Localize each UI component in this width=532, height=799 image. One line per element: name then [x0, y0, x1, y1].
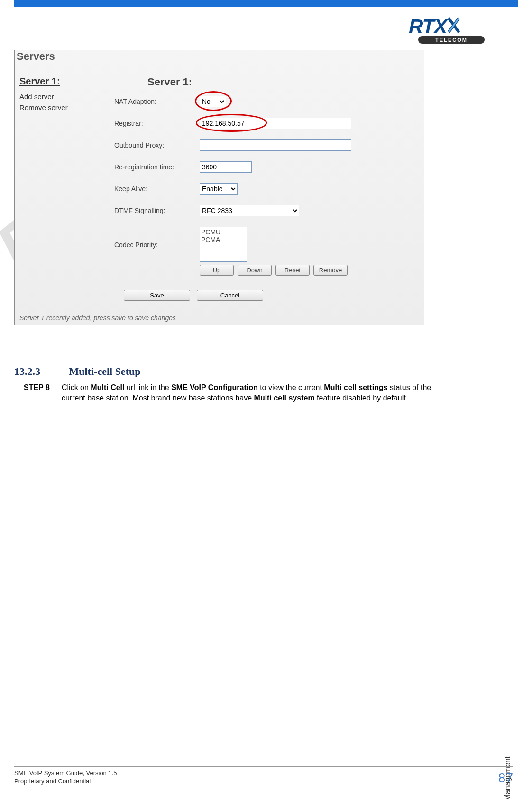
codec-label: Codec Priority: — [110, 227, 200, 249]
logo-x-icon — [448, 15, 460, 38]
step-8-block: STEP 8 Click on Multi Cell url link in t… — [24, 382, 436, 403]
servers-config-screenshot: Servers Server 1: Add server Remove serv… — [14, 50, 424, 325]
server-form: Server 1: NAT Adaption: No Registrar: — [105, 72, 424, 311]
registrar-input[interactable] — [200, 118, 351, 129]
rtx-logo: RTX TELECOM — [409, 15, 504, 44]
section-number: 13.2.3 — [14, 365, 66, 378]
proxy-input[interactable] — [200, 139, 351, 151]
section-title: Multi-cell Setup — [69, 365, 141, 377]
proxy-label: Outbound Proxy: — [110, 141, 200, 149]
keepalive-label: Keep Alive: — [110, 185, 200, 193]
dtmf-label: DTMF Signalling: — [110, 207, 200, 214]
dtmf-select[interactable]: RFC 2833 — [200, 205, 299, 216]
step-label: STEP 8 — [24, 382, 62, 403]
nat-select[interactable]: No — [200, 96, 226, 107]
sidebar: Server 1: Add server Remove server — [15, 72, 105, 311]
nat-label: NAT Adaption: — [110, 98, 200, 105]
cancel-button[interactable]: Cancel — [197, 290, 263, 301]
footer-line1: SME VoIP System Guide, Version 1.5 — [14, 770, 117, 778]
up-button[interactable]: Up — [200, 265, 234, 276]
down-button[interactable]: Down — [238, 265, 272, 276]
remove-button[interactable]: Remove — [313, 265, 348, 276]
rereg-input[interactable] — [200, 161, 252, 173]
add-server-link[interactable]: Add server — [19, 93, 100, 101]
codec-item-pcma[interactable]: PCMA — [201, 236, 246, 243]
page-top-border — [14, 0, 518, 7]
keepalive-select[interactable]: Enable — [200, 183, 238, 195]
servers-title: Servers — [15, 50, 424, 63]
footer-line2: Proprietary and Confidential — [14, 778, 117, 786]
page-footer: SME VoIP System Guide, Version 1.5 Propr… — [14, 766, 513, 786]
section-heading: 13.2.3 Multi-cell Setup — [14, 365, 140, 378]
page-number: 87 — [498, 771, 513, 786]
codec-listbox[interactable]: PCMU PCMA — [200, 227, 247, 262]
codec-item-pcmu[interactable]: PCMU — [201, 228, 246, 236]
remove-server-link[interactable]: Remove server — [19, 103, 100, 111]
sidebar-server1-link[interactable]: Server 1: — [19, 76, 100, 87]
form-title: Server 1: — [147, 76, 419, 88]
logo-brand: RTX — [409, 15, 447, 38]
save-button[interactable]: Save — [124, 290, 190, 301]
registrar-label: Registrar: — [110, 120, 200, 127]
status-message: Server 1 recently added, press save to s… — [15, 311, 424, 325]
rereg-label: Re-registration time: — [110, 163, 200, 171]
step-text: Click on Multi Cell url link in the SME … — [62, 382, 436, 403]
reset-button[interactable]: Reset — [275, 265, 310, 276]
